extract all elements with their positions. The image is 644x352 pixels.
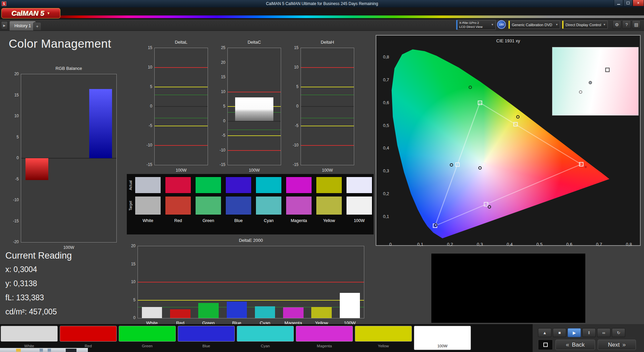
actual-swatch-red [165, 177, 191, 193]
gear-icon: ⚙ [615, 22, 619, 27]
pattern-swatch-magenta[interactable] [296, 326, 353, 342]
chevron-right-icon: » [622, 341, 626, 348]
reference-line [155, 118, 208, 118]
meter-dropdown[interactable]: X-Rite i1Pro 2 LCD Direct View ▼ [456, 20, 496, 30]
bar-100w [235, 97, 273, 121]
bar-blue [89, 89, 112, 158]
reference-line [301, 106, 354, 107]
play-button[interactable]: ▶ [568, 328, 581, 337]
pattern-swatch-green[interactable] [119, 326, 176, 342]
pattern-swatch-yellow[interactable] [355, 326, 412, 342]
reference-line [301, 95, 354, 95]
target-marker-yellow [513, 122, 518, 126]
calman-logo-button[interactable]: CalMAN 5 ▼ [1, 8, 60, 18]
eject-button[interactable]: ▲ [538, 328, 551, 337]
cie-x-tick: 0,1 [414, 242, 427, 247]
reading-value: fL: 133,383 [5, 293, 72, 302]
cie-y-tick: 0,6 [378, 100, 389, 105]
cie-y-tick: 0,7 [378, 77, 389, 82]
y-tick-label: -15 [7, 219, 19, 223]
target-marker-green [478, 100, 482, 105]
pattern-swatch-red[interactable] [60, 326, 117, 342]
cie-y-tick: 0,5 [378, 123, 389, 128]
minimize-button[interactable] [614, 0, 623, 6]
taskbar-icon [48, 349, 51, 352]
transport-controls: ▲■▶‖∞↻ [538, 328, 625, 337]
reading-value: x: 0,3004 [5, 265, 72, 274]
measured-marker-magenta [488, 205, 491, 209]
pattern-swatch-white[interactable] [1, 326, 58, 342]
cie-y-tick: 0,1 [378, 214, 389, 219]
add-tab-button[interactable]: + [33, 22, 41, 31]
delta-e-2000-chart: 20151050WhiteRedGreenBlueCyanMagentaYell… [112, 237, 381, 329]
settings-button[interactable]: ⚙ [612, 20, 621, 29]
y-tick-label: 15 [141, 45, 152, 50]
stop-button[interactable]: ■ [553, 328, 566, 337]
chevron-down-icon: ▼ [489, 23, 495, 27]
reference-line [155, 87, 208, 87]
chevron-down-icon: ▼ [554, 23, 560, 26]
taskbar-active-icon [66, 349, 76, 352]
y-tick-label: 5 [7, 135, 19, 139]
pattern-swatch-cyan[interactable] [237, 326, 294, 342]
colorchecker-table: Actual Target WhiteRedGreenBlueCyanMagen… [127, 174, 374, 234]
actual-swatch-yellow [316, 177, 342, 193]
window-titlebar[interactable]: 5 CalMAN 5 CalMAN Ultimate for Business … [0, 0, 644, 7]
delta-e-2000-plot [138, 246, 364, 318]
cie-x-tick: 0,6 [562, 242, 576, 247]
maximize-icon [627, 2, 630, 4]
layout-button[interactable]: ▤ [632, 20, 641, 29]
rainbow-strip [50, 15, 644, 18]
reference-line [228, 92, 281, 92]
source-dropdown[interactable]: Generic Calibration DVD ▼ [508, 20, 560, 29]
y-tick-label: 5 [124, 298, 136, 302]
panel-expander-button[interactable]: ▶ [1, 21, 8, 30]
help-button[interactable]: ? [622, 20, 631, 29]
measured-marker-yellow [516, 115, 520, 119]
colorchecker-column-label: White [133, 218, 163, 223]
window-controls: × [614, 0, 644, 7]
current-reading-values: x: 0,3004y: 0,3138fL: 133,383cd/m²: 457,… [5, 265, 72, 316]
taskbar-icon [40, 349, 43, 352]
pattern-swatch-label: 100W [414, 344, 471, 348]
app-header: CalMAN 5 ▼ [0, 7, 644, 19]
chevron-right-icon: ▶ [3, 24, 6, 27]
reading-value: cd/m²: 457,005 [5, 307, 72, 316]
tab-history-1[interactable]: History 1 [9, 21, 36, 31]
next-button[interactable]: Next » [598, 340, 636, 350]
x-axis-label: 100W [21, 245, 117, 250]
display-pattern-button[interactable] [538, 340, 553, 350]
cie-chart-title: CIE 1931 xy [376, 38, 640, 43]
target-swatch-white [135, 196, 161, 215]
colorchecker-column-label: Cyan [254, 218, 284, 223]
delta-l-plot [154, 48, 208, 165]
target-marker-cyan [455, 162, 460, 167]
y-tick-label: -5 [7, 177, 19, 181]
back-button[interactable]: « Back [555, 340, 595, 350]
current-reading-title: Current Reading [5, 251, 72, 261]
maximize-button[interactable] [623, 0, 633, 6]
close-button[interactable]: × [633, 0, 644, 6]
pattern-swatch-blue[interactable] [178, 326, 235, 342]
display-control-dropdown[interactable]: Direct Display Control ▼ [562, 20, 608, 29]
pause-button[interactable]: ‖ [582, 328, 596, 337]
target-swatch-cyan [256, 196, 282, 215]
y-tick-label: 20 [124, 244, 136, 248]
meter-status-badge[interactable]: 180 [497, 20, 506, 29]
chart-title: RGB Balance [21, 66, 117, 71]
pattern-swatch-label: Cyan [237, 344, 294, 348]
cie-x-tick: 0,2 [443, 242, 457, 247]
video-preview [431, 254, 585, 323]
x-axis-label: 100W [301, 168, 354, 173]
loop-button[interactable]: ↻ [612, 328, 625, 337]
y-tick-label: 0 [287, 104, 299, 108]
continuous-button[interactable]: ∞ [597, 328, 610, 337]
cie-y-tick: 0,4 [378, 145, 389, 150]
cie-1931-panel: CIE 1931 xy 00,10,20,30,40,50,60,70,80,1… [376, 35, 641, 246]
display-control-label: Direct Display Control [564, 23, 601, 27]
pattern-swatch-label: Green [119, 344, 176, 348]
colorchecker-column-label: Magenta [284, 218, 314, 223]
app-icon: 5 [2, 1, 6, 6]
bar-100w [340, 293, 360, 318]
target-swatch-magenta [286, 196, 312, 215]
